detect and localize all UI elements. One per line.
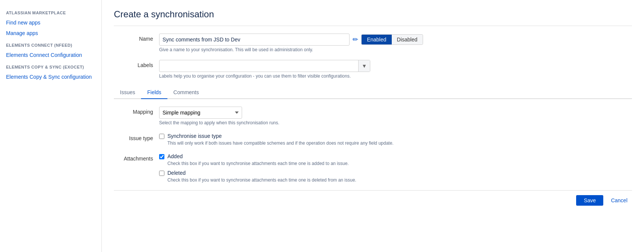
mapping-label: Mapping <box>114 107 159 115</box>
labels-hint: Labels help you to organise your configu… <box>159 73 423 79</box>
issue-type-hint: This will only work if both issues have … <box>167 141 423 146</box>
attachments-label: Attachments <box>114 153 159 162</box>
page-title: Create a synchronisation <box>114 9 632 20</box>
chevron-down-icon: ▼ <box>362 63 367 69</box>
attachments-row: Attachments Added Check this box if you … <box>114 153 632 183</box>
enabled-disabled-toggle: Enabled Disabled <box>361 34 423 45</box>
attachments-deleted-checkbox[interactable] <box>159 171 164 176</box>
labels-dropdown-arrow[interactable]: ▼ <box>358 60 370 72</box>
labels-input[interactable] <box>159 61 358 71</box>
attachments-deleted-label[interactable]: Deleted <box>167 170 186 176</box>
sidebar: ATLASSIAN MARKETPLACE Find new apps Mana… <box>0 0 102 252</box>
mapping-control-wrap: Simple mapping Advanced mapping Select t… <box>159 107 423 125</box>
attachments-deleted-checkbox-row: Deleted <box>159 170 423 176</box>
name-label: Name <box>114 34 159 42</box>
attachments-control-wrap: Added Check this box if you want to sync… <box>159 153 423 183</box>
tabs-bar: Issues Fields Comments <box>114 86 632 99</box>
labels-row: Labels ▼ Labels help you to organise you… <box>114 60 632 79</box>
sidebar-item-find-new-apps[interactable]: Find new apps <box>0 17 101 28</box>
mapping-hint: Select the mapping to apply when this sy… <box>159 120 423 125</box>
labels-input-group: ▼ <box>159 60 370 72</box>
attachments-added-label[interactable]: Added <box>167 153 182 159</box>
main-content: Create a synchronisation Name ✏ Enabled … <box>102 0 644 252</box>
sidebar-item-manage-apps[interactable]: Manage apps <box>0 28 101 38</box>
issue-type-label: Issue type <box>114 133 159 141</box>
tab-issues[interactable]: Issues <box>114 86 141 99</box>
issue-type-checkbox[interactable] <box>159 134 164 139</box>
save-button[interactable]: Save <box>576 195 603 206</box>
attachments-added-checkbox[interactable] <box>159 154 164 159</box>
name-row: Name ✏ Enabled Disabled Give a name to y… <box>114 34 632 52</box>
enabled-button[interactable]: Enabled <box>362 35 391 44</box>
name-input-group: ✏ Enabled Disabled <box>159 34 423 46</box>
tab-comments[interactable]: Comments <box>167 86 205 99</box>
labels-control-wrap: ▼ Labels help you to organise your confi… <box>159 60 423 79</box>
name-input[interactable] <box>159 34 350 46</box>
elements-copy-sync-section: ELEMENTS COPY & SYNC (EXOCET) <box>0 60 101 72</box>
atlassian-marketplace-section: ATLASSIAN MARKETPLACE <box>0 6 101 17</box>
cancel-button[interactable]: Cancel <box>606 195 632 206</box>
mapping-select[interactable]: Simple mapping Advanced mapping <box>159 107 242 119</box>
name-control-wrap: ✏ Enabled Disabled Give a name to your s… <box>159 34 423 52</box>
issue-type-checkbox-row: Synchronise issue type <box>159 133 423 139</box>
issue-type-checkbox-label[interactable]: Synchronise issue type <box>167 133 222 139</box>
tab-fields[interactable]: Fields <box>141 86 167 99</box>
attachments-added-hint: Check this box if you want to synchronis… <box>167 161 423 166</box>
elements-connect-section: ELEMENTS CONNECT (NFEED) <box>0 38 101 50</box>
issue-type-row: Issue type Synchronise issue type This w… <box>114 133 632 146</box>
name-hint: Give a name to your synchronisation. Thi… <box>159 47 423 52</box>
labels-label: Labels <box>114 60 159 68</box>
mapping-row: Mapping Simple mapping Advanced mapping … <box>114 107 632 125</box>
sidebar-item-elements-copy-sync-config[interactable]: Elements Copy & Sync configuration <box>0 72 101 82</box>
footer: Save Cancel <box>114 190 632 210</box>
title-divider <box>114 26 632 26</box>
issue-type-control-wrap: Synchronise issue type This will only wo… <box>159 133 423 146</box>
edit-icon[interactable]: ✏ <box>353 35 358 44</box>
attachments-deleted-hint: Check this box if you want to synchronis… <box>167 177 423 183</box>
sidebar-item-elements-connect-config[interactable]: Elements Connect Configuration <box>0 50 101 60</box>
attachments-added-checkbox-row: Added <box>159 153 423 159</box>
disabled-button[interactable]: Disabled <box>392 35 423 44</box>
